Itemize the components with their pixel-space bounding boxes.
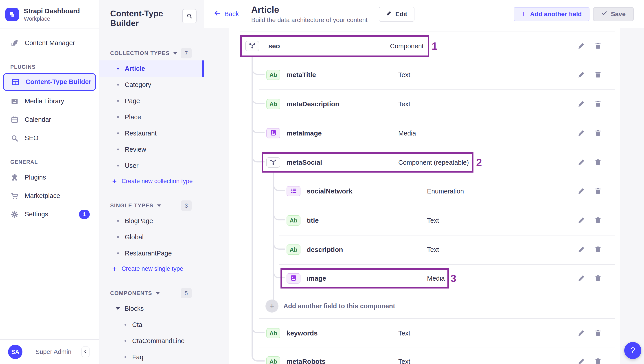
sidebar-item-settings[interactable]: Settings 1 xyxy=(0,205,99,224)
row-divider xyxy=(279,206,615,206)
arrow-left-icon xyxy=(214,10,221,19)
edit-field-button[interactable] xyxy=(576,41,586,51)
create-new-link[interactable]: + Create new single type xyxy=(100,261,204,276)
main-area: Back Article Build the data architecture… xyxy=(204,0,644,364)
panel-item-faq[interactable]: Faq xyxy=(100,349,204,364)
text-icon: Ab xyxy=(266,356,280,364)
help-button[interactable]: ? xyxy=(624,342,641,359)
panel-item-restaurant[interactable]: Restaurant xyxy=(100,125,204,141)
panel-item-restaurantpage[interactable]: RestaurantPage xyxy=(100,245,204,261)
sidebar-item-content-type-builder[interactable]: Content-Type Builder xyxy=(3,73,96,91)
avatar[interactable]: SA xyxy=(8,345,22,359)
collapse-sidebar-button[interactable] xyxy=(82,346,90,357)
edit-field-button[interactable] xyxy=(576,157,586,167)
delete-field-button[interactable] xyxy=(593,356,603,364)
field-name: description xyxy=(307,246,343,253)
add-field-to-component-label[interactable]: Add another field to this component xyxy=(284,302,395,310)
delete-field-button[interactable] xyxy=(593,128,603,138)
panel-group-label: COLLECTION TYPES xyxy=(110,50,170,56)
pencil-icon xyxy=(578,329,585,337)
tree-elbow xyxy=(252,64,264,75)
page-title-block: Article Build the data architecture of y… xyxy=(251,5,367,24)
sidebar-item-marketplace[interactable]: Marketplace xyxy=(0,187,99,205)
edit-field-button[interactable] xyxy=(576,70,586,80)
chevron-down-icon xyxy=(156,292,160,295)
panel-item-place[interactable]: Place xyxy=(100,109,204,125)
field-name: metaTitle xyxy=(286,71,316,79)
panel-item-global[interactable]: Global xyxy=(100,229,204,245)
delete-field-button[interactable] xyxy=(593,328,603,338)
panel-item-article[interactable]: Article xyxy=(100,60,204,77)
sidebar-item-plugins[interactable]: Plugins xyxy=(0,168,99,187)
component-icon xyxy=(248,42,256,50)
sidebar-item-media-library[interactable]: Media Library xyxy=(0,92,99,111)
panel-group-header[interactable]: COMPONENTS 5 xyxy=(100,286,204,300)
panel-item-page[interactable]: Page xyxy=(100,93,204,109)
delete-field-button[interactable] xyxy=(593,99,603,109)
panel-item-ctacommandline[interactable]: CtaCommandLine xyxy=(100,333,204,349)
panel-item-cta[interactable]: Cta xyxy=(100,317,204,333)
sidebar-section-label: GENERAL xyxy=(0,159,99,165)
delete-field-button[interactable] xyxy=(593,186,603,196)
edit-field-button[interactable] xyxy=(576,128,586,138)
edit-field-button[interactable] xyxy=(576,328,586,338)
main-header: Back Article Build the data architecture… xyxy=(204,0,644,28)
delete-field-button[interactable] xyxy=(593,216,603,225)
edit-field-button[interactable] xyxy=(576,99,586,109)
panel-item-label: Page xyxy=(125,97,140,105)
sidebar-item-content-manager[interactable]: Content Manager xyxy=(0,34,99,52)
cart-icon xyxy=(10,192,19,200)
search-button[interactable] xyxy=(182,9,196,23)
field-name: socialNetwork xyxy=(307,188,352,195)
panel-item-blogpage[interactable]: BlogPage xyxy=(100,213,204,229)
sidebar-item-seo[interactable]: SEO xyxy=(0,129,99,147)
trash-icon xyxy=(594,71,602,79)
panel-item-user[interactable]: User xyxy=(100,157,204,174)
sidebar-item-calendar[interactable]: Calendar xyxy=(0,111,99,129)
back-link[interactable]: Back xyxy=(214,10,239,19)
field-name: keywords xyxy=(286,329,318,337)
text-icon: Ab xyxy=(266,99,280,109)
component-category-blocks[interactable]: Blocks xyxy=(100,300,204,317)
pencil-icon xyxy=(578,100,585,108)
title-divider xyxy=(110,36,121,36)
panel-group-label: COMPONENTS xyxy=(110,290,152,296)
bullet-icon xyxy=(117,68,119,69)
add-another-field-button[interactable]: + Add another field xyxy=(514,7,589,21)
panel-group-header[interactable]: SINGLE TYPES 3 xyxy=(100,199,204,213)
edit-field-button[interactable] xyxy=(576,245,586,255)
delete-field-button[interactable] xyxy=(593,245,603,255)
create-new-label: Create new single type xyxy=(122,265,183,272)
edit-field-button[interactable] xyxy=(576,186,586,196)
field-type: Text xyxy=(427,246,439,253)
delete-field-button[interactable] xyxy=(593,41,603,51)
sidebar-nav: Content ManagerPLUGINS Content-Type Buil… xyxy=(0,34,99,224)
chevron-left-icon xyxy=(83,349,88,355)
text-icon: Ab xyxy=(286,215,300,226)
save-button[interactable]: Save xyxy=(593,7,634,21)
text-icon: Ab xyxy=(266,70,280,80)
row-divider xyxy=(259,119,615,119)
save-label: Save xyxy=(611,11,626,18)
delete-field-button[interactable] xyxy=(593,70,603,80)
field-name: title xyxy=(307,217,319,224)
tree-elbow xyxy=(273,180,285,191)
edit-field-button[interactable] xyxy=(576,216,586,225)
field-type: Media xyxy=(427,275,445,282)
text-icon: Ab xyxy=(266,328,280,338)
delete-field-button[interactable] xyxy=(593,157,603,167)
media-icon xyxy=(290,275,297,282)
add-field-to-component-button[interactable]: + xyxy=(266,299,278,312)
panel-group-header[interactable]: COLLECTION TYPES 7 xyxy=(100,46,204,60)
edit-button[interactable]: Edit xyxy=(379,7,414,22)
create-new-link[interactable]: + Create new collection type xyxy=(100,174,204,189)
edit-field-button[interactable] xyxy=(576,356,586,364)
bullet-icon xyxy=(117,100,119,102)
delete-field-button[interactable] xyxy=(593,273,603,283)
edit-field-button[interactable] xyxy=(576,273,586,283)
panel-item-review[interactable]: Review xyxy=(100,141,204,157)
panel-group-count-badge: 5 xyxy=(181,288,192,298)
annotation-number: 3 xyxy=(450,272,456,284)
panel-item-category[interactable]: Category xyxy=(100,77,204,93)
text-icon: Ab xyxy=(286,245,300,255)
